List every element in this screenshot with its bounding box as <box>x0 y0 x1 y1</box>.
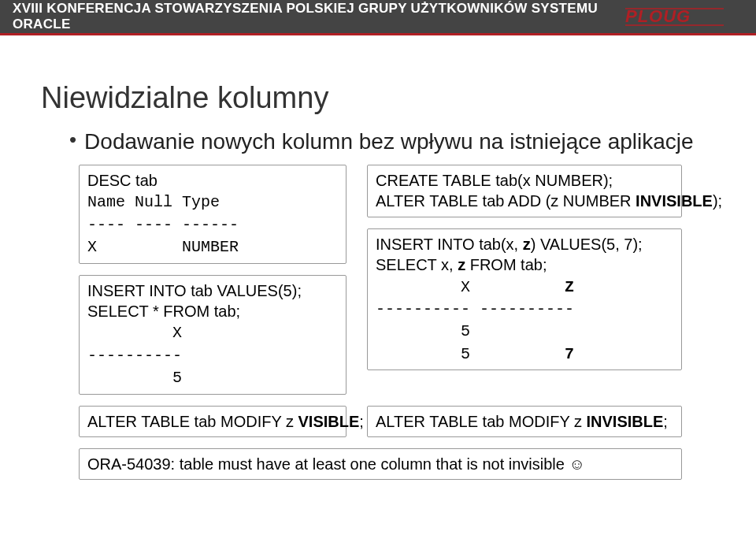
insert-right-line2: SELECT x, z FROM tab; <box>376 256 547 273</box>
error-box: ORA-54039: table must have at least one … <box>79 448 682 480</box>
insert-select-right-box: INSERT INTO tab(x, z) VALUES(5, 7); SELE… <box>367 228 682 370</box>
code-boxes-grid: DESC tab Name Null Type ---- ---- ------… <box>79 165 715 395</box>
desc-tab-output: Name Null Type ---- ---- ------ X NUMBER <box>87 193 239 256</box>
insert-left-line1: INSERT INTO tab VALUES(5); <box>87 282 302 299</box>
insert-select-left-box: INSERT INTO tab VALUES(5); SELECT * FROM… <box>79 275 346 395</box>
left-column: DESC tab Name Null Type ---- ---- ------… <box>79 165 346 395</box>
slide-title: Niewidzialne kolumny <box>41 81 715 115</box>
bullet-item: • Dodawanie nowych kolumn bez wpływu na … <box>69 128 715 155</box>
slide-content: Niewidzialne kolumny • Dodawanie nowych … <box>0 58 756 480</box>
logo: PLOUG <box>625 5 743 28</box>
bullet-text: Dodawanie nowych kolumn bez wpływu na is… <box>84 128 694 155</box>
header-title: XVIII KONFERENCJA STOWARZYSZENIA POLSKIE… <box>13 1 625 32</box>
modify-invisible-box: ALTER TABLE tab MODIFY z INVISIBLE; <box>367 406 682 437</box>
modify-invisible-text: ALTER TABLE tab MODIFY z INVISIBLE; <box>376 413 668 430</box>
right-column: CREATE TABLE tab(x NUMBER); ALTER TABLE … <box>367 165 682 370</box>
ploug-logo: PLOUG <box>625 5 743 28</box>
create-line1: CREATE TABLE tab(x NUMBER); <box>376 172 613 189</box>
bullet-dot-icon: • <box>69 128 76 152</box>
modify-visible-box: ALTER TABLE tab MODIFY z VISIBLE; <box>79 406 346 437</box>
desc-tab-box: DESC tab Name Null Type ---- ---- ------… <box>79 165 346 264</box>
divider-red-line <box>0 33 756 35</box>
error-text: ORA-54039: table must have at least one … <box>87 455 585 473</box>
header-bar: XVIII KONFERENCJA STOWARZYSZENIA POLSKIE… <box>0 0 756 33</box>
insert-left-output: X ---------- 5 <box>87 324 182 387</box>
insert-left-line2: SELECT * FROM tab; <box>87 303 240 320</box>
desc-tab-label: DESC tab <box>87 172 158 189</box>
create-table-box: CREATE TABLE tab(x NUMBER); ALTER TABLE … <box>367 165 682 217</box>
insert-right-output: X Z ---------- ---------- 5 5 7 <box>376 278 574 363</box>
modify-visible-text: ALTER TABLE tab MODIFY z VISIBLE; <box>87 413 364 430</box>
create-line2: ALTER TABLE tab ADD (z NUMBER INVISIBLE)… <box>376 192 722 210</box>
smiley-icon: ☺ <box>569 455 584 473</box>
modify-row: ALTER TABLE tab MODIFY z VISIBLE; ALTER … <box>79 406 715 437</box>
insert-right-line1: INSERT INTO tab(x, z) VALUES(5, 7); <box>376 236 643 253</box>
